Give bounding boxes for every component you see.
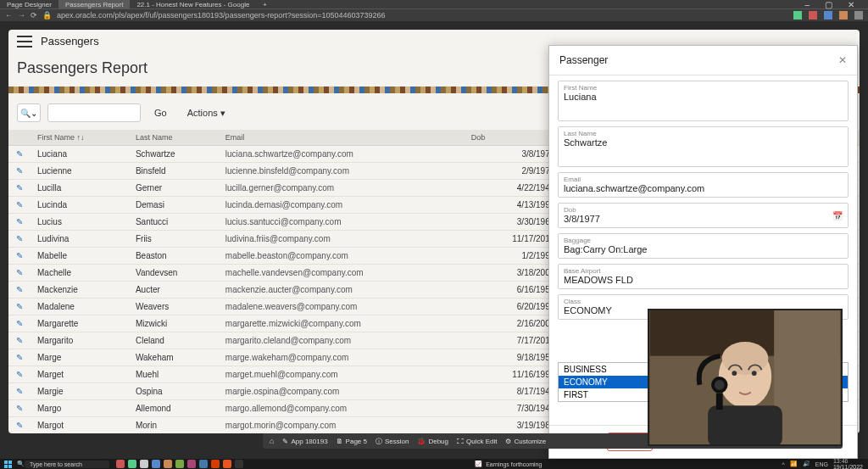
new-tab-button[interactable]: + bbox=[256, 0, 274, 8]
extension-icon[interactable] bbox=[809, 11, 817, 20]
taskbar-app-icon[interactable] bbox=[199, 460, 208, 468]
cell-email: margot.morin@company.com bbox=[219, 417, 465, 434]
taskbar-app-icon[interactable] bbox=[128, 460, 136, 468]
search-dropdown-button[interactable]: 🔍⌄ bbox=[17, 103, 41, 122]
taskbar-app-icon[interactable] bbox=[140, 460, 148, 468]
edit-row-icon[interactable]: ✎ bbox=[16, 166, 23, 176]
cell-email: margarette.mizwicki@company.com bbox=[219, 315, 465, 332]
baggage-field[interactable]: Baggage Bag:Carry On:Large bbox=[558, 233, 849, 259]
taskbar-search-input[interactable]: Type here to search bbox=[25, 461, 109, 468]
go-button[interactable]: Go bbox=[147, 105, 174, 120]
devbar-home-icon[interactable]: ⌂ bbox=[270, 437, 274, 445]
edit-row-icon[interactable]: ✎ bbox=[16, 251, 23, 260]
edit-row-icon[interactable]: ✎ bbox=[16, 421, 23, 430]
cell-first-name: Margot bbox=[31, 417, 129, 434]
url-input[interactable]: apex.oracle.com/pls/apex/f/uf/passengers… bbox=[57, 11, 386, 20]
tab-honest-features[interactable]: 22.1 - Honest New Features - Google bbox=[130, 0, 256, 8]
extension-icon[interactable] bbox=[793, 11, 802, 20]
taskbar-app-icon[interactable] bbox=[116, 460, 125, 468]
devbar-quick-edit[interactable]: ⛶ Quick Edit bbox=[457, 438, 497, 445]
taskbar-app-icon[interactable] bbox=[187, 460, 196, 468]
devbar-app[interactable]: ✎ App 180193 bbox=[282, 438, 327, 445]
taskbar-app-icon[interactable] bbox=[223, 460, 231, 468]
first-name-field[interactable]: First Name Luciana bbox=[558, 81, 849, 121]
edit-row-icon[interactable]: ✎ bbox=[16, 353, 23, 362]
cell-first-name: Margo bbox=[31, 400, 129, 417]
cell-first-name: Margarito bbox=[31, 332, 129, 349]
edit-row-icon[interactable]: ✎ bbox=[16, 285, 23, 294]
close-window-button[interactable]: ✕ bbox=[848, 0, 854, 9]
start-button[interactable] bbox=[3, 460, 14, 468]
minimize-button[interactable]: – bbox=[804, 0, 810, 9]
cell-email: lucinda.demasi@company.com bbox=[219, 197, 465, 214]
cell-email: margarito.cleland@company.com bbox=[219, 332, 465, 349]
extension-icon[interactable] bbox=[839, 11, 848, 20]
calendar-icon[interactable]: 📅 bbox=[832, 211, 843, 221]
col-email[interactable]: Email bbox=[219, 130, 465, 146]
system-tray[interactable]: ^ 📶 🔊 ENG 13:4619/11/2022 bbox=[782, 458, 868, 469]
close-icon[interactable]: ✕ bbox=[838, 54, 847, 66]
cell-email: machelle.vandevsen@company.com bbox=[219, 265, 465, 282]
dob-field[interactable]: Dob 3/8/1977 📅 bbox=[558, 203, 849, 228]
base-airport-field[interactable]: Base Airport MEADOWS FLD bbox=[558, 264, 849, 289]
edit-row-icon[interactable]: ✎ bbox=[16, 149, 23, 159]
extension-icon[interactable] bbox=[854, 11, 863, 20]
first-name-value: Luciana bbox=[559, 92, 848, 114]
browser-toolbar: ← → ⟳ 🔒 apex.oracle.com/pls/apex/f/uf/pa… bbox=[0, 8, 868, 21]
last-name-field[interactable]: Last Name Schwartze bbox=[558, 126, 849, 167]
forward-button[interactable]: → bbox=[18, 11, 25, 20]
col-first-name[interactable]: First Name ↑↓ bbox=[31, 130, 129, 146]
edit-row-icon[interactable]: ✎ bbox=[16, 387, 23, 396]
back-button[interactable]: ← bbox=[5, 11, 13, 20]
dialog-header: Passenger ✕ bbox=[549, 46, 857, 75]
tray-chevron-icon[interactable]: ^ bbox=[782, 461, 784, 467]
extension-icon[interactable] bbox=[824, 11, 832, 20]
tray-volume-icon[interactable]: 🔊 bbox=[803, 461, 810, 467]
maximize-button[interactable]: ▢ bbox=[825, 0, 832, 9]
tray-wifi-icon[interactable]: 📶 bbox=[790, 461, 798, 467]
cell-last-name: Schwartze bbox=[129, 146, 219, 163]
devbar-customize[interactable]: ⚙ Customize bbox=[505, 438, 546, 445]
edit-row-icon[interactable]: ✎ bbox=[16, 302, 23, 311]
taskbar-app-icon[interactable] bbox=[152, 460, 160, 468]
edit-row-icon[interactable]: ✎ bbox=[16, 217, 23, 226]
tab-page-designer[interactable]: Page Designer bbox=[0, 0, 58, 8]
cell-last-name: Aucter bbox=[129, 282, 219, 299]
cell-last-name: Muehl bbox=[129, 366, 219, 383]
edit-row-icon[interactable]: ✎ bbox=[16, 200, 23, 209]
cell-last-name: Binsfeld bbox=[129, 163, 219, 180]
edit-row-icon[interactable]: ✎ bbox=[16, 183, 23, 193]
taskbar-app-icon[interactable] bbox=[164, 460, 172, 468]
email-field[interactable]: Email luciana.schwartze@company.com bbox=[558, 172, 849, 198]
cell-email: marge.wakeham@company.com bbox=[219, 349, 465, 366]
edit-row-icon[interactable]: ✎ bbox=[16, 336, 23, 345]
edit-row-icon[interactable]: ✎ bbox=[16, 404, 23, 413]
edit-row-icon[interactable]: ✎ bbox=[16, 234, 23, 243]
edit-row-icon[interactable]: ✎ bbox=[16, 370, 23, 379]
edit-row-icon[interactable]: ✎ bbox=[16, 268, 23, 277]
windows-taskbar[interactable]: 🔍 Type here to search 📈Earnings forthcom… bbox=[0, 459, 868, 469]
taskbar-app-icon[interactable] bbox=[211, 460, 220, 468]
class-label: Class bbox=[559, 295, 848, 305]
cell-first-name: Lucius bbox=[31, 214, 129, 231]
hamburger-icon[interactable] bbox=[17, 36, 32, 47]
actions-button[interactable]: Actions ▾ bbox=[181, 105, 232, 121]
devbar-debug[interactable]: 🐞 Debug bbox=[417, 438, 448, 445]
taskbar-news[interactable]: 📈Earnings forthcoming bbox=[475, 461, 542, 467]
cell-email: margo.allemond@company.com bbox=[219, 400, 465, 417]
edit-row-icon[interactable]: ✎ bbox=[16, 319, 23, 328]
taskbar-app-icon[interactable] bbox=[235, 460, 243, 468]
devbar-session[interactable]: ⓘ Session bbox=[376, 437, 409, 446]
tray-language[interactable]: ENG bbox=[815, 461, 828, 467]
reload-button[interactable]: ⟳ bbox=[31, 11, 37, 20]
cell-last-name: Gerner bbox=[129, 180, 219, 197]
tray-time[interactable]: 13:4619/11/2022 bbox=[833, 458, 863, 469]
search-input[interactable] bbox=[47, 103, 141, 122]
col-last-name[interactable]: Last Name bbox=[129, 130, 219, 146]
svg-point-7 bbox=[752, 371, 757, 376]
dob-label: Dob bbox=[559, 204, 848, 214]
tab-passengers-report[interactable]: Passengers Report bbox=[58, 0, 130, 8]
svg-rect-2 bbox=[774, 310, 840, 444]
taskbar-app-icon[interactable] bbox=[175, 460, 184, 468]
devbar-page[interactable]: 🗎 Page 5 bbox=[337, 438, 367, 445]
